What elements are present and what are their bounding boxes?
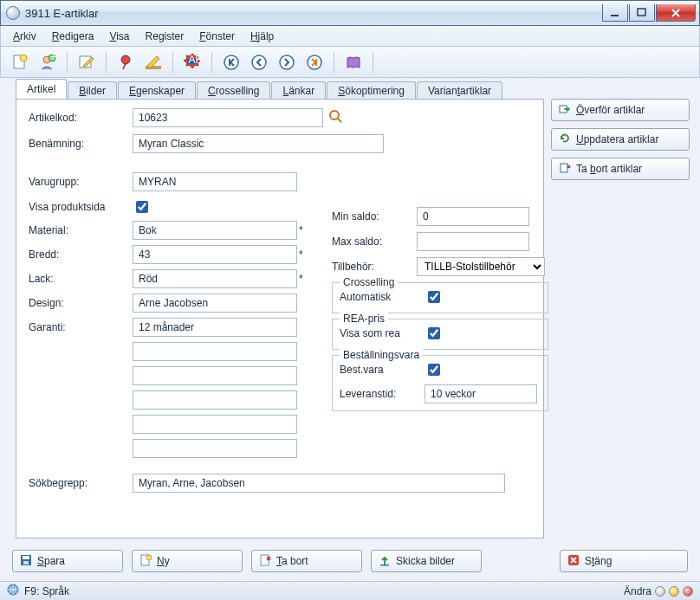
menu-fonster[interactable]: Fönster bbox=[192, 29, 242, 44]
group-rea: REA-pris Visa som rea bbox=[332, 319, 548, 350]
refresh-icon bbox=[559, 132, 571, 147]
label-design: Design: bbox=[29, 297, 133, 309]
label-sokbegrepp: Sökbegrepp: bbox=[29, 477, 133, 489]
label-best-vara: Best.vara bbox=[340, 364, 418, 376]
tool-user-icon[interactable]: + bbox=[37, 52, 58, 73]
close-icon bbox=[567, 554, 580, 569]
search-icon[interactable] bbox=[328, 109, 344, 127]
extra-input-2[interactable] bbox=[133, 366, 297, 385]
svg-point-3 bbox=[20, 55, 27, 61]
tab-variantartiklar[interactable]: Variantartiklar bbox=[417, 81, 502, 100]
window-minimize-button[interactable] bbox=[602, 4, 628, 22]
stang-button[interactable]: Stäng bbox=[560, 550, 688, 572]
tool-book-icon[interactable] bbox=[343, 52, 364, 73]
extra-input-5[interactable] bbox=[133, 439, 297, 458]
label-bredd: Bredd: bbox=[29, 248, 133, 261]
legend-crosselling: Crosselling bbox=[340, 276, 398, 288]
menu-redigera[interactable]: Redigera bbox=[45, 29, 101, 44]
tabort-artiklar-button[interactable]: Ta bort artiklar bbox=[551, 158, 690, 180]
garanti-input[interactable] bbox=[133, 318, 297, 337]
tab-crosselling[interactable]: Crosselling bbox=[197, 81, 270, 100]
label-material: Material: bbox=[29, 224, 133, 236]
window-maximize-button[interactable] bbox=[629, 4, 655, 22]
visa-produktsida-checkbox[interactable] bbox=[136, 201, 148, 213]
overfor-artiklar-button[interactable]: Överför artiklar bbox=[551, 99, 690, 121]
tool-pin-icon[interactable] bbox=[115, 52, 136, 73]
tab-egenskaper[interactable]: Egenskaper bbox=[118, 81, 196, 100]
extra-input-4[interactable] bbox=[133, 415, 297, 434]
lack-input[interactable] bbox=[133, 269, 297, 288]
window-title: 3911 E-artiklar bbox=[25, 7, 602, 20]
required-star: * bbox=[297, 224, 303, 236]
spara-button[interactable]: Spara bbox=[12, 550, 123, 572]
tab-lankar[interactable]: Länkar bbox=[271, 81, 326, 100]
title-bar: 3911 E-artiklar bbox=[0, 0, 700, 26]
tool-art-badge-icon[interactable]: ART bbox=[182, 52, 203, 73]
tool-nav-next-icon[interactable] bbox=[276, 52, 297, 73]
menu-visa[interactable]: Visa bbox=[102, 29, 136, 44]
tool-pencil-icon[interactable] bbox=[143, 52, 164, 73]
design-input[interactable] bbox=[133, 294, 297, 313]
ny-button[interactable]: Ny bbox=[132, 550, 243, 572]
save-icon bbox=[20, 554, 32, 569]
globe-icon bbox=[7, 584, 19, 598]
extra-input-3[interactable] bbox=[133, 390, 297, 410]
svg-point-24 bbox=[146, 555, 152, 560]
label-visa-som-rea: Visa som rea bbox=[340, 327, 418, 339]
new-icon bbox=[139, 554, 152, 569]
svg-rect-21 bbox=[23, 556, 29, 559]
tool-edit-icon[interactable] bbox=[76, 52, 97, 73]
benamning-input[interactable] bbox=[133, 134, 384, 153]
menu-register[interactable]: Register bbox=[139, 29, 191, 44]
max-saldo-input[interactable] bbox=[417, 232, 529, 251]
bredd-input[interactable] bbox=[133, 245, 297, 264]
tabort-button[interactable]: Ta bort bbox=[251, 550, 362, 572]
leveranstid-input[interactable] bbox=[425, 384, 537, 403]
status-left: F9: Språk bbox=[24, 585, 69, 597]
varugrupp-input[interactable] bbox=[133, 172, 297, 191]
tool-nav-prev-icon[interactable] bbox=[249, 52, 269, 73]
skicka-bilder-button[interactable]: Skicka bilder bbox=[371, 550, 482, 572]
tab-sokoptimering[interactable]: Sökoptimering bbox=[327, 81, 416, 100]
form-panel: Artikelkod: Benämning: Varugrupp: Visa p… bbox=[16, 99, 544, 539]
menu-arkiv[interactable]: Arkiv bbox=[6, 29, 43, 44]
status-right: Ändra bbox=[624, 585, 651, 597]
svg-rect-22 bbox=[23, 561, 29, 565]
menu-hjalp[interactable]: Hjälp bbox=[243, 29, 281, 44]
delete-small-icon bbox=[259, 554, 271, 569]
visa-som-rea-checkbox[interactable] bbox=[428, 327, 440, 339]
sokbegrepp-input[interactable] bbox=[133, 474, 505, 493]
tab-strip: Artikel Bilder Egenskaper Crosselling Lä… bbox=[16, 78, 697, 99]
legend-rea: REA-pris bbox=[340, 313, 388, 325]
window-close-button[interactable] bbox=[656, 4, 696, 22]
extra-input-1[interactable] bbox=[133, 342, 297, 361]
menu-bar: Arkiv Redigera Visa Register Fönster Hjä… bbox=[0, 26, 700, 47]
artikelkod-input[interactable] bbox=[133, 108, 323, 127]
svg-point-14 bbox=[252, 55, 266, 69]
material-input[interactable] bbox=[133, 221, 297, 240]
tool-nav-first-icon[interactable] bbox=[221, 52, 242, 73]
label-leveranstid: Leveranstid: bbox=[340, 388, 418, 400]
svg-point-15 bbox=[280, 55, 294, 69]
uppdatera-artiklar-button[interactable]: Uppdatera artiklar bbox=[551, 128, 690, 151]
svg-rect-19 bbox=[561, 164, 567, 172]
label-lack: Lack: bbox=[29, 273, 133, 285]
app-icon bbox=[6, 6, 20, 20]
tillbehor-select[interactable]: TILLB-Stolstillbehör bbox=[417, 257, 545, 276]
svg-text:+: + bbox=[50, 54, 56, 63]
status-led-gray bbox=[655, 586, 665, 597]
label-garanti: Garanti: bbox=[29, 321, 133, 333]
legend-bestallning: Beställningsvara bbox=[340, 349, 423, 361]
group-bestallning: Beställningsvara Best.vara Leveranstid: bbox=[332, 355, 548, 411]
svg-rect-26 bbox=[380, 565, 389, 566]
status-led-red bbox=[683, 586, 693, 597]
group-crosselling: Crosselling Automatisk bbox=[332, 282, 548, 313]
tool-nav-last-icon[interactable] bbox=[304, 52, 325, 73]
tab-bilder[interactable]: Bilder bbox=[68, 81, 117, 100]
min-saldo-input[interactable] bbox=[417, 207, 529, 226]
automatisk-checkbox[interactable] bbox=[428, 291, 440, 303]
delete-icon bbox=[559, 162, 571, 177]
best-vara-checkbox[interactable] bbox=[428, 364, 440, 376]
tool-new-icon[interactable] bbox=[10, 52, 30, 73]
tab-artikel[interactable]: Artikel bbox=[16, 79, 67, 99]
